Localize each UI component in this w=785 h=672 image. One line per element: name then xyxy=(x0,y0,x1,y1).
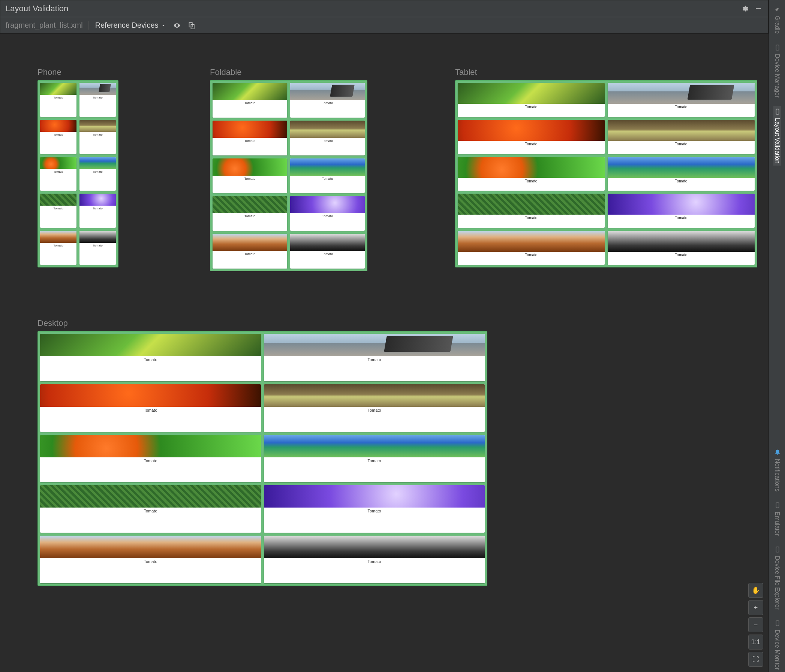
plant-image xyxy=(264,485,485,508)
gradle-icon xyxy=(773,6,781,14)
plant-card: Tomato xyxy=(290,83,365,118)
visibility-icon[interactable] xyxy=(173,21,181,30)
plant-label: Tomato xyxy=(608,178,755,184)
plant-label: Tomato xyxy=(458,215,605,221)
device-monitor-icon xyxy=(773,620,781,627)
plant-image xyxy=(213,121,287,138)
plant-card: Tomato xyxy=(40,334,261,381)
zoom-out-button[interactable]: − xyxy=(748,617,763,632)
preview-canvas[interactable]: ✋ + − 1:1 ⛶ PhoneTomatoTomatoTomatoTomat… xyxy=(0,34,768,672)
plant-image xyxy=(290,196,365,213)
plant-label: Tomato xyxy=(40,508,261,514)
device-frame[interactable]: TomatoTomatoTomatoTomatoTomatoTomatoToma… xyxy=(210,80,367,271)
plant-card: Tomato xyxy=(608,231,755,265)
plant-image xyxy=(40,485,261,508)
plant-card: Tomato xyxy=(608,120,755,154)
plant-card: Tomato xyxy=(458,83,605,117)
plant-card: Tomato xyxy=(80,231,116,265)
plant-label: Tomato xyxy=(290,100,365,106)
plant-label: Tomato xyxy=(264,508,485,514)
device-frame[interactable]: TomatoTomatoTomatoTomatoTomatoTomatoToma… xyxy=(38,80,119,267)
plant-image xyxy=(264,435,485,457)
plant-image xyxy=(80,157,116,169)
plant-label: Tomato xyxy=(264,457,485,464)
plant-image xyxy=(80,194,116,206)
filename-tab[interactable]: fragment_plant_list.xml xyxy=(6,21,89,30)
plant-card: Tomato xyxy=(80,194,116,228)
multi-preview-icon[interactable] xyxy=(188,21,196,30)
tool-tab-layout-validation[interactable]: Layout Validation xyxy=(773,106,781,166)
tool-tab-emulator[interactable]: Emulator xyxy=(773,500,781,538)
layout-validation-icon xyxy=(773,108,781,116)
plant-label: Tomato xyxy=(213,251,287,257)
plant-label: Tomato xyxy=(458,141,605,147)
notifications-icon xyxy=(773,449,781,457)
plant-image xyxy=(608,83,755,104)
zoom-1to1-button[interactable]: 1:1 xyxy=(748,635,763,650)
zoom-fit-button[interactable]: ⛶ xyxy=(748,652,763,667)
plant-image xyxy=(290,121,365,138)
plant-image xyxy=(608,231,755,252)
preview-group-tablet: TabletTomatoTomatoTomatoTomatoTomatoToma… xyxy=(455,67,757,267)
plant-image xyxy=(40,435,261,457)
toolbar: fragment_plant_list.xml Reference Device… xyxy=(0,17,768,34)
plant-image xyxy=(40,334,261,356)
plant-card: Tomato xyxy=(40,536,261,583)
plant-label: Tomato xyxy=(80,169,116,175)
plant-image xyxy=(264,384,485,407)
plant-card: Tomato xyxy=(608,194,755,228)
plant-image xyxy=(458,157,605,178)
plant-label: Tomato xyxy=(264,407,485,413)
reference-devices-dropdown[interactable]: Reference Devices xyxy=(95,21,166,30)
plant-card: Tomato xyxy=(40,83,77,117)
plant-card: Tomato xyxy=(458,120,605,154)
plant-image xyxy=(40,83,77,95)
zoom-in-button[interactable]: + xyxy=(748,600,763,615)
plant-label: Tomato xyxy=(264,356,485,363)
tool-tab-device-monitor[interactable]: Device Monitor xyxy=(773,618,781,672)
svg-rect-3 xyxy=(776,45,779,50)
panel-title: Layout Validation xyxy=(6,4,736,14)
plant-label: Tomato xyxy=(40,457,261,464)
plant-card: Tomato xyxy=(264,384,485,432)
plant-label: Tomato xyxy=(290,213,365,219)
plant-image xyxy=(608,120,755,141)
group-label: Tablet xyxy=(455,67,757,77)
preview-group-phone: PhoneTomatoTomatoTomatoTomatoTomatoTomat… xyxy=(38,67,119,267)
device-frame[interactable]: TomatoTomatoTomatoTomatoTomatoTomatoToma… xyxy=(38,331,487,586)
gear-icon[interactable] xyxy=(740,4,749,13)
device-frame[interactable]: TomatoTomatoTomatoTomatoTomatoTomatoToma… xyxy=(455,80,757,267)
tool-tab-device-manager[interactable]: Device Manager xyxy=(773,42,781,100)
plant-image xyxy=(290,83,365,100)
plant-image xyxy=(40,120,77,132)
plant-card: Tomato xyxy=(213,121,287,156)
titlebar: Layout Validation xyxy=(0,0,768,17)
right-tool-strip: GradleDevice ManagerLayout ValidationNot… xyxy=(768,0,785,672)
plant-card: Tomato xyxy=(40,485,261,533)
tool-tab-label: Device Manager xyxy=(774,54,780,98)
plant-label: Tomato xyxy=(290,251,365,257)
plant-label: Tomato xyxy=(458,104,605,110)
plant-card: Tomato xyxy=(458,231,605,265)
tool-tab-device-file-explorer[interactable]: Device File Explorer xyxy=(773,544,781,612)
plant-card: Tomato xyxy=(40,231,77,265)
plant-image xyxy=(608,157,755,178)
plant-image xyxy=(213,196,287,213)
plant-image xyxy=(80,231,116,243)
tool-tab-gradle[interactable]: Gradle xyxy=(773,4,781,36)
tool-tab-notifications[interactable]: Notifications xyxy=(773,447,781,494)
plant-label: Tomato xyxy=(213,176,287,182)
tool-tab-label: Gradle xyxy=(774,16,780,34)
plant-image xyxy=(80,83,116,95)
minimize-icon[interactable] xyxy=(754,4,763,13)
plant-label: Tomato xyxy=(608,215,755,221)
plant-label: Tomato xyxy=(213,138,287,144)
plant-card: Tomato xyxy=(40,157,77,191)
plant-card: Tomato xyxy=(264,334,485,381)
plant-card: Tomato xyxy=(80,120,116,154)
pan-button[interactable]: ✋ xyxy=(748,583,763,598)
plant-card: Tomato xyxy=(608,83,755,117)
plant-image xyxy=(458,83,605,104)
group-label: Desktop xyxy=(38,318,487,328)
plant-card: Tomato xyxy=(290,196,365,231)
